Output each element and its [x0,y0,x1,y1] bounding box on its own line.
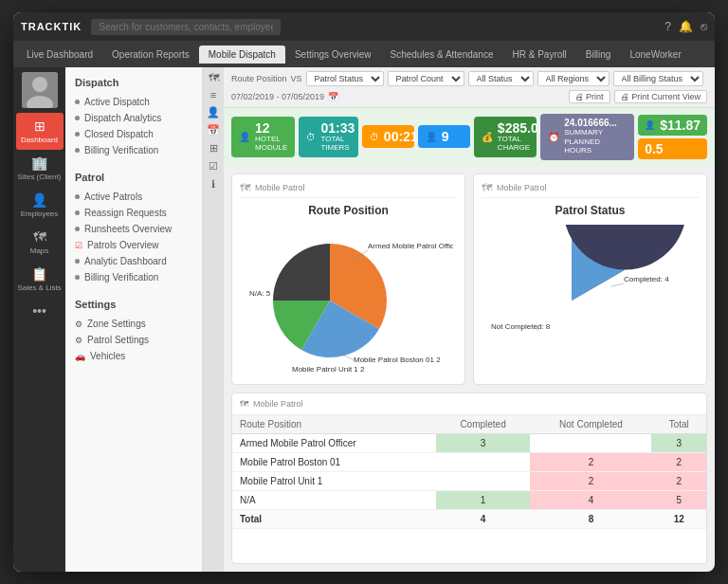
patrol-section: Patrol Active Patrols Reassign Requests … [70,170,197,285]
nav-patrol-settings-label: Patrol Settings [87,335,149,345]
exit-icon[interactable]: ⎋ [701,20,707,33]
tab-settings-overview[interactable]: Settings Overview [285,46,381,64]
print-current-button[interactable]: 🖨 Print Current View [614,90,707,103]
sidebar-item-more[interactable]: ••• [16,298,64,324]
tab-schedules-attendance[interactable]: Schedules & Attendance [381,46,503,64]
stat-planned-hours: ⏰ 24.016666... SUMMARY PLANNED HOURS [540,114,634,160]
nav-reassign-requests[interactable]: Reassign Requests [70,205,197,221]
nav-active-patrols-label: Active Patrols [84,192,142,202]
cell-total-unit1: 2 [651,471,706,490]
table-header-row: Route Position Completed Not Completed T… [232,415,706,434]
tab-live-dashboard[interactable]: Live Dashboard [17,46,102,64]
table-panel-label: Mobile Patrol [253,399,303,409]
chart-route-position: 🗺 Mobile Patrol Route Position [231,173,465,385]
chart1-pie: Armed Mobile Patrol Offic... 3 N/A: 5 Mo… [240,225,457,376]
calendar-filter-icon[interactable]: 📅 [328,92,338,101]
cell-total-boston: 2 [651,452,706,471]
nav-runsheets-overview[interactable]: Runsheets Overview [70,221,197,237]
stat-clock-icon: ⏰ [548,132,559,142]
cell-route-unit1: Mobile Patrol Unit 1 [232,471,436,490]
more-icon: ••• [32,303,46,319]
nav-billing-verification-patrol[interactable]: Billing Verification [70,269,197,285]
nav-patrols-overview-label: Patrols Overview [87,240,159,250]
stat-money-icon: 💰 [482,132,493,142]
filter-patrol-count[interactable]: Patrol Count [388,71,464,86]
chart1-panel-label: Mobile Patrol [255,183,305,192]
table-panel-header: 🗺 Mobile Patrol [232,393,706,415]
cell-notcompleted-unit1: 2 [530,471,651,490]
chart2-title: Patrol Status [482,204,699,217]
stat-timers-label: TOTAL TIMERS [320,135,355,153]
nav-reassign-requests-label: Reassign Requests [84,208,167,218]
sidebar-item-employees[interactable]: 👤 Employees [16,187,64,224]
stat-charge-label: TOTAL CHARGE [498,135,546,153]
nav-zone-settings[interactable]: ⚙ Zone Settings [70,316,197,332]
tab-mobile-dispatch[interactable]: Mobile Dispatch [199,46,285,64]
nav-billing-verification-dispatch[interactable]: Billing Verification [70,142,197,158]
main-layout: ⊞ Dashboard 🏢 Sites (Client) 👤 Employees… [13,67,715,572]
filter-all-status[interactable]: All Status [468,71,534,86]
layers-icon[interactable]: ≡ [210,89,216,100]
nav-dot [75,100,80,104]
nav-dot [75,132,80,137]
nav-active-dispatch[interactable]: Active Dispatch [70,94,197,110]
cell-total-na: 5 [651,490,706,509]
search-input[interactable] [91,19,281,35]
tab-hr-payroll[interactable]: HR & Payroll [503,46,576,64]
sidebar-item-sales[interactable]: 📋 Sales & Lists [16,261,64,298]
col-total: Total [651,415,706,434]
print-button[interactable]: 🖨 Print [569,90,610,103]
check-icon[interactable]: ☑ [209,160,218,173]
nav-dispatch-analytics[interactable]: Dispatch Analytics [70,110,197,126]
right-icons-panel: 🗺 ≡ 👤 📅 ⊞ ☑ ℹ [203,67,224,572]
table-panel-icon: 🗺 [240,399,248,409]
app-logo: TRACKTIK [21,21,82,32]
col-not-completed: Not Completed [530,415,651,434]
stat-blue-num: 9 [442,130,449,143]
nav-patrol-settings[interactable]: ⚙ Patrol Settings [70,332,197,348]
tab-billing[interactable]: Billing [576,46,621,64]
gear-icon: ⚙ [75,319,82,329]
grid-icon[interactable]: ⊞ [209,142,218,155]
map-right-icon[interactable]: 🗺 [209,72,219,83]
info-icon[interactable]: ℹ [211,178,215,191]
dispatch-section: Dispatch Active Dispatch Dispatch Analyt… [70,75,197,158]
nav-billing-verification-patrol-label: Billing Verification [84,272,158,283]
sidebar-item-maps[interactable]: 🗺 Maps [16,224,64,261]
avatar [22,72,58,108]
tab-loneworker[interactable]: LoneWorker [620,46,690,64]
nav-active-patrols[interactable]: Active Patrols [70,189,197,205]
nav-analytic-dashboard[interactable]: Analytic Dashboard [70,253,197,269]
filter-vs-label: VS [291,74,302,83]
nav-tabs: Live Dashboard Operation Reports Mobile … [13,41,715,67]
filter-patrol-status[interactable]: Patrol Status [306,71,384,86]
sidebar-item-dashboard[interactable]: ⊞ Dashboard [16,113,64,150]
nav-closed-dispatch[interactable]: Closed Dispatch [70,126,197,142]
calendar-icon[interactable]: 📅 [207,124,220,137]
cell-notcompleted-total: 8 [530,509,651,528]
filter-all-regions[interactable]: All Regions [537,71,610,86]
employees-icon: 👤 [31,192,47,208]
tab-operation-reports[interactable]: Operation Reports [102,46,199,64]
nav-vehicles[interactable]: 🚗 Vehicles [70,348,197,364]
cell-completed-boston [436,452,531,471]
sidebar-item-sites[interactable]: 🏢 Sites (Client) [16,150,64,187]
bell-icon[interactable]: 🔔 [679,20,693,33]
table-row: Armed Mobile Patrol Officer 3 3 [232,433,706,452]
maps-icon: 🗺 [33,229,46,245]
help-icon[interactable]: ? [664,20,671,33]
nav-patrols-overview[interactable]: ☑ Patrols Overview [70,237,197,253]
chart2-header: 🗺 Mobile Patrol [482,182,699,198]
chart2-icon: 🗺 [482,182,492,193]
filter-all-billing[interactable]: All Billing Status [613,71,703,86]
table-row: Mobile Patrol Unit 1 2 2 [232,471,706,490]
person-right-icon[interactable]: 👤 [207,106,220,119]
nav-billing-verification-label: Billing Verification [84,145,158,155]
stat-hours-label: SUMMARY PLANNED HOURS [564,128,627,155]
stat-orange-icon: ⏱ [370,132,379,142]
cell-total-total: 12 [651,509,706,528]
filter-route-label: Route Position [231,74,287,83]
sidebar-item-dashboard-label: Dashboard [21,136,58,144]
stat-hotel-module: 👤 12 HOTEL MODULE [231,117,295,157]
stat-orange-num: 00:21 [384,130,418,143]
